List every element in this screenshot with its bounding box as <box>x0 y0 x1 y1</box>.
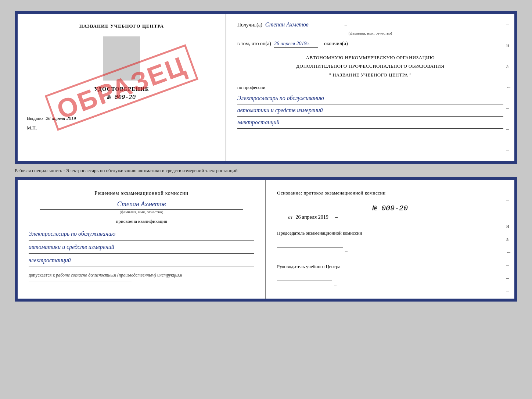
school-name-top: НАЗВАНИЕ УЧЕБНОГО ЦЕНТРА <box>79 23 164 29</box>
vtom-label: в том, что он(а) <box>237 41 271 47</box>
middle-label: Рабочая специальность - Электрослесарь п… <box>7 164 525 177</box>
qual-line3: электростанций <box>29 254 254 267</box>
допускается-text: работе согласно должностным (производств… <box>56 272 182 278</box>
received-line: Получил(а) Степан Ахметов – <box>237 21 503 29</box>
dash-after-date: – <box>335 214 338 220</box>
допускается-line: допускается к работе согласно должностны… <box>29 272 254 278</box>
org-line3: " НАЗВАНИЕ УЧЕБНОГО ЦЕНТРА " <box>237 71 503 79</box>
fio-label-bottom: (фамилия, имя, отчество) <box>29 210 254 214</box>
okoncil-label: окончил(а) <box>324 41 348 47</box>
org-line2: ДОПОЛНИТЕЛЬНОГО ПРОФЕССИОНАЛЬНОГО ОБРАЗО… <box>237 62 503 70</box>
protocol-date-value: 26 апреля 2019 <box>296 214 328 220</box>
decision-line: Решением экзаменационной комиссии <box>29 189 254 197</box>
qual-line1: Электрослесарь по обслуживанию <box>29 227 254 241</box>
допускается-label: допускается к <box>29 272 55 278</box>
profession-label: по профессии <box>237 85 503 90</box>
middle-label-text: Рабочая специальность - Электрослесарь п… <box>15 168 238 173</box>
right-panel: Получил(а) Степан Ахметов – (фамилия, им… <box>226 14 514 161</box>
top-document: НАЗВАНИЕ УЧЕБНОГО ЦЕНТРА УДОСТОВЕРЕНИЕ №… <box>15 11 517 164</box>
received-label: Получил(а) <box>237 22 262 28</box>
left-panel: НАЗВАНИЕ УЧЕБНОГО ЦЕНТРА УДОСТОВЕРЕНИЕ №… <box>18 14 226 161</box>
profession-line1: Электрослесарь по обслуживанию <box>237 92 503 104</box>
person-name-large: Степан Ахметов <box>40 200 243 210</box>
page-wrapper: НАЗВАНИЕ УЧЕБНОГО ЦЕНТРА УДОСТОВЕРЕНИЕ №… <box>7 7 525 305</box>
bottom-right: Основание: протокол экзаменационной коми… <box>266 180 514 299</box>
mp-line: М.П. <box>27 125 37 131</box>
director-block: Руководитель учебного Центра – <box>277 263 503 289</box>
chairman-label: Председатель экзаменационной комиссии <box>277 229 503 237</box>
protocol-date: от 26 апреля 2019 – <box>277 214 503 220</box>
director-sign-line <box>277 274 332 281</box>
dash: – <box>345 22 347 28</box>
vtom-line: в том, что он(а) 26 апреля 2019г. окончи… <box>237 41 503 48</box>
photo-placeholder <box>103 36 140 81</box>
right-bars-top: – и а ← – – – <box>506 14 511 161</box>
bottom-document: Решением экзаменационной комиссии Степан… <box>15 177 517 302</box>
ot-label: от <box>288 214 292 220</box>
issued-date-value: 26 апреля 2019 <box>46 115 76 121</box>
org-line1: АВТОНОМНУЮ НЕКОММЕРЧЕСКУЮ ОРГАНИЗАЦИЮ <box>237 53 503 62</box>
osnование-line: Основание: протокол экзаменационной коми… <box>277 189 503 197</box>
sign-line-bottom-left <box>29 281 132 281</box>
profession-line3: электростанций <box>237 117 503 129</box>
org-block: АВТОНОМНУЮ НЕКОММЕРЧЕСКУЮ ОРГАНИЗАЦИЮ ДО… <box>237 53 503 79</box>
qualification-label: присвоена квалификация <box>29 218 254 224</box>
bottom-left: Решением экзаменационной комиссии Степан… <box>18 180 266 299</box>
qual-line2: автоматики и средств измерений <box>29 241 254 254</box>
issued-date: Выдано 26 апреля 2019 <box>27 115 76 121</box>
issued-label: Выдано <box>27 115 43 121</box>
chairman-block: Председатель экзаменационной комиссии – <box>277 229 503 256</box>
cert-title: УДОСТОВЕРЕНИЕ <box>94 86 149 92</box>
director-label: Руководитель учебного Центра <box>277 263 503 271</box>
completion-date: 26 апреля 2019г. <box>274 41 318 48</box>
chairman-sign-line <box>277 240 343 247</box>
fio-label-top: (фамилия, имя, отчество) <box>237 31 503 35</box>
cert-number: № 009-20 <box>108 94 136 101</box>
received-name: Степан Ахметов <box>265 21 339 29</box>
protocol-number: № 009-20 <box>277 204 503 213</box>
profession-line2: автоматики и средств измерений <box>237 104 503 117</box>
right-bars-bottom: – – – и а ← – – – <box>506 180 511 299</box>
